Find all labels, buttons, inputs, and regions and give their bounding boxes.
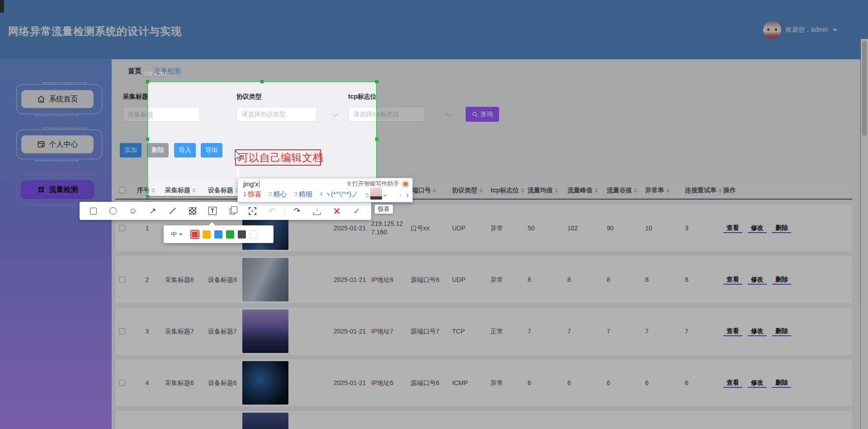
row-checkbox[interactable] [119, 225, 125, 231]
arrow-tool-icon[interactable]: ↗ [143, 202, 163, 220]
column-header[interactable]: tcp标志位 [491, 181, 524, 200]
sort-asc-icon[interactable] [718, 186, 722, 190]
selection-handle[interactable] [260, 80, 264, 83]
tab-home[interactable]: 首页 [128, 67, 142, 76]
row-checkbox[interactable] [119, 328, 125, 334]
cancel-icon[interactable]: × [327, 202, 347, 220]
add-button[interactable]: 添加 [120, 143, 142, 157]
color-swatch[interactable] [191, 230, 199, 238]
sort-carets-icon[interactable] [666, 186, 670, 195]
color-swatch[interactable] [226, 230, 234, 238]
sidebar-item-button[interactable]: 个人中心 [21, 135, 94, 153]
sort-asc-icon[interactable] [555, 186, 558, 190]
sort-desc-icon[interactable] [594, 191, 598, 195]
column-header[interactable]: 连接重试率 [685, 181, 722, 200]
ime-candidate[interactable]: 5 [366, 188, 387, 200]
sidebar-item-traffic[interactable]: 流量检测 [14, 175, 102, 205]
sort-carets-icon[interactable] [521, 186, 524, 195]
ime-candidate[interactable]: 1惊喜 [243, 190, 261, 198]
column-header[interactable]: 协议类型 [452, 181, 483, 200]
color-swatch[interactable] [238, 230, 246, 238]
chevron-down-icon[interactable] [833, 29, 837, 33]
confirm-icon[interactable]: ✓ [347, 202, 367, 220]
view-link[interactable]: 查看 [723, 275, 742, 285]
color-swatch[interactable] [203, 230, 211, 238]
sort-carets-icon[interactable] [433, 186, 436, 195]
emoji-tool-icon[interactable]: ☺ [123, 202, 143, 220]
ellipse-tool-icon[interactable] [103, 202, 123, 220]
sort-asc-icon[interactable] [479, 186, 483, 190]
edit-link[interactable]: 修改 [748, 378, 767, 388]
ocr-tool-icon[interactable]: × [242, 202, 262, 220]
ime-candidate[interactable]: 2精心 [269, 190, 287, 198]
column-header[interactable]: 操作 [723, 181, 736, 200]
sort-asc-icon[interactable] [634, 186, 637, 190]
view-link[interactable]: 查看 [723, 378, 742, 388]
sort-carets-icon[interactable] [479, 186, 483, 195]
selection-handle[interactable] [146, 195, 149, 198]
copy-tool-icon[interactable] [222, 202, 242, 220]
color-swatch[interactable] [214, 230, 222, 238]
chevron-down-icon[interactable] [383, 195, 387, 199]
scrollbar-track[interactable] [861, 39, 868, 429]
sort-desc-icon[interactable] [666, 191, 670, 195]
sort-asc-icon[interactable] [433, 186, 436, 190]
rectangle-tool-icon[interactable] [83, 202, 103, 220]
row-checkbox[interactable] [119, 276, 125, 283]
sort-carets-icon[interactable] [718, 186, 722, 195]
edit-link[interactable]: 修改 [748, 275, 767, 285]
sort-desc-icon[interactable] [634, 191, 637, 195]
user-menu[interactable]: 欢迎您，admin [763, 20, 837, 40]
delete-link[interactable]: 删除 [772, 326, 791, 336]
column-header[interactable]: 流量均值 [528, 181, 558, 200]
query-button[interactable]: 查询 [466, 107, 499, 122]
ime-candidate[interactable]: 4ヽ(*°▽°*)ノ [320, 190, 359, 198]
edit-link[interactable]: 修改 [748, 223, 767, 233]
column-header[interactable]: 流量谷值 [607, 181, 637, 200]
ime-candidate[interactable]: 3精细 [294, 190, 312, 198]
sort-asc-icon[interactable] [666, 186, 670, 190]
sort-asc-icon[interactable] [521, 186, 524, 190]
avatar[interactable] [763, 21, 781, 39]
share-icon[interactable]: ↷ [287, 202, 307, 220]
undo-icon[interactable]: ↶ [262, 202, 282, 220]
column-header[interactable]: 异常率 [645, 181, 670, 200]
next-page-icon[interactable]: › [406, 191, 409, 199]
mosaic-tool-icon[interactable] [183, 202, 203, 220]
row-checkbox[interactable] [119, 380, 125, 386]
sidebar-item-button[interactable]: 流量检测 [21, 181, 94, 199]
sort-carets-icon[interactable] [555, 186, 558, 195]
selection-handle[interactable] [375, 80, 378, 83]
view-link[interactable]: 查看 [723, 223, 742, 233]
sidebar-item-profile[interactable]: 个人中心 [14, 129, 102, 159]
sort-desc-icon[interactable] [555, 191, 558, 195]
view-link[interactable]: 查看 [723, 326, 742, 336]
sticker-candidate-thumbnail[interactable] [370, 188, 382, 200]
sort-carets-icon[interactable] [634, 186, 637, 195]
select-all-checkbox[interactable] [119, 187, 125, 193]
edit-link[interactable]: 修改 [748, 326, 767, 336]
sort-desc-icon[interactable] [521, 191, 524, 195]
delete-link[interactable]: 删除 [772, 223, 791, 233]
scrollbar-thumb[interactable] [862, 41, 867, 136]
sort-asc-icon[interactable] [594, 186, 598, 190]
font-size-select[interactable]: 中 [171, 230, 183, 238]
text-tool-icon[interactable]: T [203, 202, 222, 220]
selection-handle[interactable] [146, 80, 149, 83]
delete-link[interactable]: 删除 [772, 275, 791, 285]
download-icon[interactable]: ↓ [307, 202, 327, 220]
ime-assistant-hint[interactable]: 9 打开智能写作助手 [347, 180, 409, 188]
prev-page-icon[interactable]: ‹ [399, 191, 401, 199]
color-swatch[interactable] [250, 230, 258, 238]
selection-handle[interactable] [146, 138, 149, 141]
line-tool-icon[interactable] [163, 202, 183, 220]
sort-desc-icon[interactable] [718, 191, 722, 195]
text-annotation-box[interactable]: 可以自己编辑文档 [235, 149, 321, 166]
sort-carets-icon[interactable] [594, 186, 598, 195]
sidebar-item-home[interactable]: 系统首页 [14, 84, 102, 114]
sort-desc-icon[interactable] [433, 191, 436, 195]
sidebar-item-button[interactable]: 系统首页 [21, 90, 94, 108]
delete-link[interactable]: 删除 [772, 378, 791, 388]
selection-handle[interactable] [375, 138, 378, 141]
column-header[interactable]: 流量峰值 [567, 181, 598, 200]
